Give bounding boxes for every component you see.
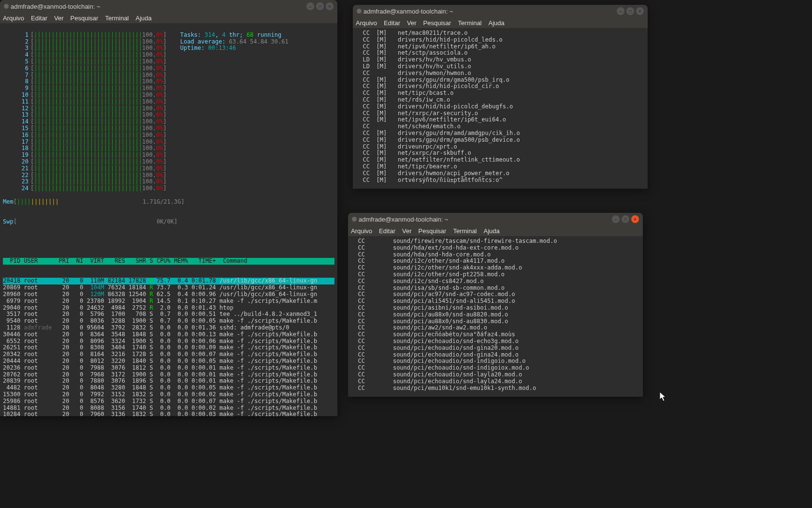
terminal-window-htop[interactable]: admfrade@xanmod-toolchain: ~ – □ × Arqui… <box>0 0 337 416</box>
maximize-button[interactable]: □ <box>626 7 634 15</box>
process-row[interactable]: 9540 root 20 0 8036 3288 1900 S 0.7 0.0 … <box>3 318 334 325</box>
close-button[interactable]: × <box>636 7 644 15</box>
menu-item[interactable]: Editar <box>384 19 400 27</box>
build-output-line: CC[M] net/netfilter/nfnetlink_cttimeout.… <box>356 157 645 164</box>
build-output-line: CC[M] drivers/hid/hid-picolcd_cir.o <box>356 83 645 90</box>
app-icon <box>352 217 357 222</box>
menu-item[interactable]: Ver <box>407 19 417 27</box>
minimize-button[interactable]: – <box>617 7 624 15</box>
process-row[interactable]: 30446 root 20 0 8364 3548 1848 S 0.0 0.0… <box>3 331 334 338</box>
app-icon <box>357 9 362 14</box>
build-output-line: CC[M] net/tipc/bearer.o <box>356 164 645 170</box>
process-row[interactable]: 20444 root 20 0 8012 3220 1840 S 0.0 0.0… <box>3 358 334 365</box>
cpu-bar-row: 6 [|||||||||||||||||||||||||||||||100.0%… <box>17 65 167 72</box>
process-row[interactable]: 20960 root 20 0 120M 86328 12540 R 62.5 … <box>3 291 334 298</box>
build-output-line: CC[M] ortvérsýñto/ñiù±ptåñtfoñtcs:o^ <box>356 177 645 184</box>
maximize-button[interactable]: □ <box>316 2 324 10</box>
menu-item[interactable]: Editar <box>379 227 395 235</box>
menu-item[interactable]: Pesquisar <box>71 15 99 22</box>
process-row[interactable]: 1128 admfrade 20 0 95604 3792 2832 S 0.0… <box>3 325 334 331</box>
menu-item[interactable]: Ajuda <box>484 227 500 235</box>
process-row[interactable]: 26251 root 20 0 8308 3404 1740 S 0.0 0.0… <box>3 344 334 351</box>
build-output-line: CC sound/pci/ali5451/snd-ali5451.mod.o <box>351 298 640 305</box>
cpu-bar-row: 18 [|||||||||||||||||||||||||||||||100.0… <box>17 145 167 152</box>
cpu-bar-row: 12 [|||||||||||||||||||||||||||||||100.0… <box>17 105 167 112</box>
menu-item[interactable]: Arquivo <box>3 15 24 22</box>
menu-item[interactable]: Terminal <box>453 227 477 235</box>
process-row[interactable]: 20839 root 20 0 7880 3076 1896 S 0.0 0.0… <box>3 378 334 385</box>
cpu-bar-row: 8 [|||||||||||||||||||||||||||||||100.0%… <box>17 78 167 85</box>
process-row[interactable]: 20418 root 20 0 110M 82184 17828 R 75.7 … <box>3 278 334 284</box>
menu-item[interactable]: Arquivo <box>356 19 377 27</box>
process-row[interactable]: 20236 root 20 0 7988 3076 1812 S 0.0 0.0… <box>3 365 334 372</box>
build-output-line: CC sound/hda/ext/snd-hda-ext-core.mod.o <box>351 245 640 252</box>
menu-item[interactable]: Pesquisar <box>419 227 447 235</box>
window-title: admfrade@xanmod-toolchain: ~ <box>359 216 449 223</box>
minimize-button[interactable]: – <box>612 215 620 223</box>
terminal-output[interactable]: 1 [|||||||||||||||||||||||||||||||100.0%… <box>0 23 337 416</box>
terminal-output[interactable]: CC sound/firewire/tascam/snd-firewire-ta… <box>348 236 643 397</box>
process-row[interactable]: 6552 root 20 0 8096 3324 1900 S 0.0 0.0 … <box>3 338 334 345</box>
build-output-line: CC sound/pci/emu10k1/snd-emu10k1-synth.m… <box>351 385 640 392</box>
build-output-line: CC sound/pci/echoaudio/snd-gina24.mod.o <box>351 352 640 359</box>
build-output-line: CC drivers/hwmon/hwmon.o <box>356 70 645 77</box>
process-row[interactable]: 6979 root 20 0 23780 18992 1904 R 14.5 0… <box>3 298 334 305</box>
window-controls: – □ × <box>306 2 334 10</box>
build-output-line: CC[M] driveunrpc/xprt.o <box>356 144 645 150</box>
maximize-button[interactable]: □ <box>622 215 629 223</box>
cpu-bar-row: 20 [|||||||||||||||||||||||||||||||100.0… <box>17 159 167 165</box>
process-row[interactable]: 25986 root 20 0 8576 3620 1732 S 0.0 0.0… <box>3 398 334 405</box>
process-row[interactable]: 29040 root 20 0 24632 4984 2752 R 2.0 0.… <box>3 305 334 312</box>
menu-item[interactable]: Ajuda <box>136 15 152 22</box>
cpu-bar-row: 10 [|||||||||||||||||||||||||||||||100.0… <box>17 92 167 99</box>
build-output-line: CC[M] drivers/hid/hid-picolcd_leds.o <box>356 37 645 44</box>
process-row[interactable]: 20869 root 20 0 104M 76324 18184 R 73.7 … <box>3 284 334 291</box>
titlebar[interactable]: admfrade@xanmod-toolchain: ~ – □ × <box>353 5 648 17</box>
build-output-line: CC sound/pci/ac97/snd-ac97-codec.mod.o <box>351 291 640 298</box>
terminal-window-build-1[interactable]: admfrade@xanmod-toolchain: ~ – □ × Arqui… <box>353 5 648 189</box>
window-title: admfrade@xanmod-toolchain: ~ <box>363 8 453 15</box>
build-output-line: CC[M] net/rxrpc/ar-security.o <box>356 110 645 117</box>
menu-item[interactable]: Pesquisar <box>423 19 451 27</box>
cpu-bar-row: 13 [|||||||||||||||||||||||||||||||100.0… <box>17 112 167 119</box>
build-output-line: CC[M] drivers/gpu/drm/gma500/psb_device.… <box>356 137 645 144</box>
process-row[interactable]: 3517 root 20 0 5796 1700 708 S 0.7 0.0 0… <box>3 311 334 318</box>
menu-item[interactable]: Ver <box>402 227 412 235</box>
cpu-bar-row: 1 [|||||||||||||||||||||||||||||||100.0%… <box>17 32 167 39</box>
build-output-line: CC sound/pci/echoaudio/snd-indigoiox.mod… <box>351 365 640 372</box>
process-row[interactable]: 20762 root 20 0 7968 3172 1900 S 0.0 0.0… <box>3 372 334 378</box>
build-output-line: CC[M] drivers/gpu/drm/gma500/psb_irq.o <box>356 77 645 84</box>
terminal-window-build-2[interactable]: admfrade@xanmod-toolchain: ~ – □ × Arqui… <box>348 213 643 397</box>
menu-item[interactable]: Terminal <box>458 19 481 27</box>
process-row[interactable]: 10284 root 20 0 7960 3136 1832 S 0.0 0.0… <box>3 411 334 416</box>
cpu-bar-row: 16 [|||||||||||||||||||||||||||||||100.0… <box>17 132 167 139</box>
process-row[interactable]: 14881 root 20 0 8088 3156 1740 S 0.0 0.0… <box>3 405 334 412</box>
menu-item[interactable]: Editar <box>31 15 47 22</box>
build-output-line: CC sound/pci/ecñóabéto/sna°ðáfaz4.moùs <box>351 331 640 338</box>
titlebar[interactable]: admfrade@xanmod-toolchain: ~ – □ × <box>0 0 337 13</box>
menu-item[interactable]: Terminal <box>105 15 129 22</box>
menubar: ArquivoEditarVerPesquisarTerminalAjuda <box>348 225 643 236</box>
titlebar[interactable]: admfrade@xanmod-toolchain: ~ – □ × <box>348 213 643 225</box>
minimize-button[interactable]: – <box>306 2 314 10</box>
terminal-output[interactable]: CC[M] net/mac80211/trace.o CC[M] drivers… <box>353 28 648 189</box>
menu-item[interactable]: Ajuda <box>489 19 505 27</box>
process-row[interactable]: 20342 root 20 0 8164 3216 1728 S 0.0 0.0… <box>3 351 334 358</box>
htop-header: PID USER PRI NI VIRT RES SHR S CPU% MEM%… <box>3 258 334 265</box>
cpu-bar-row: 21 [|||||||||||||||||||||||||||||||100.0… <box>17 165 167 172</box>
build-output-line: CC[M] net/ipv6/netfilter/ip6t_eui64.o <box>356 117 645 123</box>
close-button[interactable]: × <box>326 2 334 10</box>
process-row[interactable]: 4482 root 20 0 8048 3280 1848 S 0.0 0.0 … <box>3 385 334 391</box>
menu-item[interactable]: Ver <box>54 15 64 22</box>
process-row[interactable]: 15300 root 20 0 7992 3152 1832 S 0.0 0.0… <box>3 391 334 398</box>
close-button[interactable]: × <box>631 215 639 223</box>
menu-item[interactable]: Arquivo <box>351 227 372 235</box>
mouse-cursor <box>660 392 667 402</box>
cpu-bar-row: 15 [|||||||||||||||||||||||||||||||100.0… <box>17 125 167 132</box>
cpu-bar-row: 7 [|||||||||||||||||||||||||||||||100.0%… <box>17 72 167 79</box>
build-output-line: CC sound/pci/echoaudio/snd-layla20.mod.o <box>351 372 640 378</box>
build-output-line: CC sound/pci/echoaudio/snd-echo3g.mod.o <box>351 338 640 345</box>
window-controls: – □ × <box>612 215 639 223</box>
build-output-line: CC[M] net/sxrpc/ar-skbuff.o <box>356 150 645 157</box>
cpu-bar-row: 9 [|||||||||||||||||||||||||||||||100.0%… <box>17 85 167 92</box>
